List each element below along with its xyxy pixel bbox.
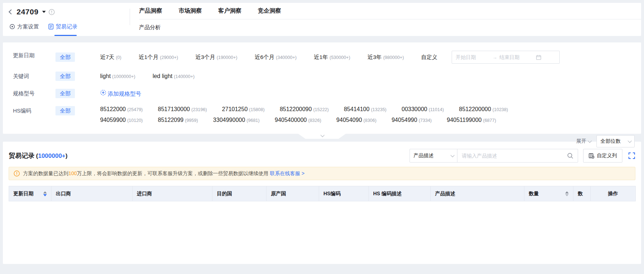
start-date-input[interactable] [456, 54, 490, 60]
filter-option[interactable]: 27101250(15808) [222, 106, 264, 113]
collapse-filters-button[interactable] [298, 134, 346, 139]
chevron-down-icon [588, 139, 592, 143]
column-header-10: 操作 [591, 186, 636, 201]
fullscreen-icon[interactable] [628, 152, 635, 159]
column-header-3: 目的国 [213, 186, 267, 201]
option-name: led light [153, 73, 173, 79]
column-header-7: 产品描述 [431, 186, 524, 201]
column-label: 产品描述 [435, 191, 455, 197]
column-header-9: 数 [573, 186, 591, 201]
filter-option[interactable]: 85122000(25479) [100, 106, 143, 113]
filter-all-chip[interactable]: 全部 [55, 89, 75, 98]
tab-trade-records[interactable]: 贸易记录 [48, 23, 77, 30]
filter-option[interactable]: 94059900(10120) [100, 117, 143, 123]
option-name: 00330000 [402, 106, 427, 113]
filter-option[interactable]: 85414100(13235) [344, 106, 386, 113]
column-label: HS 编码描述 [373, 191, 402, 197]
active-tab-indicator [54, 35, 77, 36]
tab-plan-settings[interactable]: 方案设置 [9, 23, 39, 30]
option-name: 近3年 [367, 54, 382, 61]
option-count: (6877) [483, 118, 496, 123]
add-spec-model-button[interactable]: 添加规格型号 [100, 90, 141, 98]
nav-item-3[interactable]: 竞企洞察 [258, 7, 281, 15]
range-arrow-icon: → [492, 55, 497, 60]
nav-item-2[interactable]: 客户洞察 [218, 7, 241, 15]
custom-date-label[interactable]: 自定义 [421, 54, 437, 61]
filter-option[interactable]: 9405400000(8326) [275, 117, 321, 123]
column-label: 原产国 [271, 191, 286, 197]
option-name: 85414100 [344, 106, 370, 113]
filter-option[interactable]: light(1000000+) [100, 73, 135, 79]
filter-row-update-date: 更新日期 全部 近7天(0)近1个月(29000+)近3个月(190000+)近… [3, 47, 641, 68]
option-count: (10238) [492, 107, 508, 112]
tab-label: 方案设置 [17, 23, 39, 30]
filter-option[interactable]: 8512200090(15222) [280, 106, 329, 113]
filter-label: HS编码 [13, 106, 55, 115]
sort-caret-icons[interactable] [43, 191, 47, 196]
nav-bar: 产品洞察市场洞察客户洞察竞企洞察 [139, 3, 641, 19]
option-name: 近1年 [314, 54, 328, 61]
filter-option[interactable]: 00330000(11014) [402, 106, 444, 113]
filter-option[interactable]: 8517130000(23196) [158, 106, 207, 113]
search-field-select[interactable]: 产品描述 [410, 149, 457, 162]
date-range-picker[interactable]: → [452, 51, 560, 64]
end-date-input[interactable] [499, 54, 534, 60]
column-label: 数量 [529, 191, 539, 197]
subnav-product-analysis[interactable]: 产品分析 [139, 24, 161, 31]
plan-tabs: 方案设置 贸易记录 [9, 19, 130, 34]
column-header-4: 原产国 [267, 186, 319, 201]
option-count: (7334) [419, 118, 431, 123]
filter-all-chip[interactable]: 全部 [55, 106, 75, 115]
column-label: 更新日期 [13, 191, 33, 197]
nav-item-1[interactable]: 市场洞察 [179, 7, 202, 15]
option-count: (13235) [371, 107, 386, 112]
filter-option[interactable]: 94054090(8306) [336, 117, 376, 123]
filter-option[interactable]: 近3年(980000+) [367, 54, 404, 61]
filter-row-hs-code: HS编码 全部 85122000(25479)8517130000(23196)… [3, 102, 641, 127]
filter-option[interactable]: 94054990(7334) [392, 117, 431, 123]
contact-support-link[interactable]: 联系在线客服 > [270, 170, 304, 176]
chevron-down-icon [321, 133, 325, 137]
calendar-icon [536, 55, 541, 60]
option-count: (25479) [127, 107, 143, 112]
column-label: 出口商 [56, 191, 71, 197]
filter-option[interactable]: led light(140000+) [153, 73, 195, 79]
filter-option[interactable]: 3304990000(9681) [213, 117, 260, 123]
customize-columns-label: 自定义列 [597, 152, 617, 159]
search-icon[interactable] [565, 152, 578, 159]
filter-all-chip[interactable]: 全部 [55, 72, 75, 81]
filter-option[interactable]: 85122099(9959) [158, 117, 198, 123]
search-input[interactable] [457, 153, 565, 159]
filter-option[interactable]: 8512200000(10238) [459, 106, 508, 113]
search-field-value: 产品描述 [413, 152, 434, 159]
column-label: 进口商 [137, 191, 152, 197]
info-icon[interactable] [49, 9, 55, 15]
column-header-0[interactable]: 更新日期 [9, 186, 52, 201]
customize-columns-button[interactable]: 自定义列 [583, 149, 622, 163]
option-count: (23196) [191, 107, 207, 112]
filter-all-chip[interactable]: 全部 [55, 52, 75, 62]
column-header-1: 出口商 [52, 186, 133, 201]
filter-option[interactable]: 近1年(530000+) [314, 54, 350, 61]
filter-option[interactable]: 近1个月(29000+) [139, 54, 178, 61]
option-name: 94054990 [392, 117, 417, 123]
option-name: 94054090 [336, 117, 362, 123]
plan-header: 24709 方案设置 [3, 3, 130, 36]
option-count: (29000+) [160, 55, 178, 60]
option-count: (9681) [247, 118, 260, 123]
caret-down-icon[interactable] [42, 11, 46, 13]
filter-label: 更新日期 [13, 51, 55, 60]
nav-item-0[interactable]: 产品洞察 [139, 7, 162, 15]
expand-button[interactable]: 展开 [576, 138, 591, 145]
filter-option[interactable]: 近7天(0) [100, 54, 121, 61]
filter-option[interactable]: 近3个月(190000+) [195, 54, 237, 61]
filter-option[interactable]: 94051199000(6877) [447, 117, 496, 123]
tab-label: 贸易记录 [56, 23, 77, 30]
filter-option[interactable]: 近6个月(340000+) [255, 54, 296, 61]
column-header-8[interactable]: 数量 [524, 186, 573, 201]
back-icon[interactable] [9, 9, 14, 14]
digits-select[interactable]: 全部位数 [596, 135, 635, 147]
column-label: HS编码 [323, 191, 340, 197]
plan-id[interactable]: 24709 [17, 8, 39, 16]
sort-caret-icons[interactable] [565, 191, 569, 196]
